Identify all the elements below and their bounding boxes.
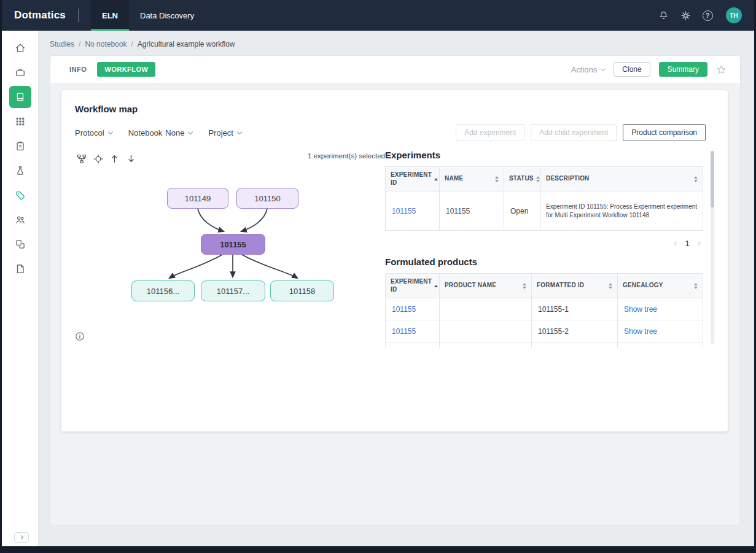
sort-icon[interactable] [536, 176, 540, 182]
sidebar-item-apps[interactable] [9, 110, 31, 133]
tab-info[interactable]: INFO [64, 62, 92, 77]
workflow-filter-row: Protocol Notebook None Project [75, 124, 714, 141]
topbar-divider [78, 9, 79, 22]
actions-dropdown[interactable]: Actions [571, 65, 606, 74]
table-row-partial [386, 342, 703, 349]
dotmatics-logo[interactable]: Dotmatics [14, 9, 66, 21]
grid-icon [15, 116, 26, 127]
chevron-right-icon [18, 535, 23, 539]
sidebar-item-tags[interactable] [9, 184, 31, 206]
vertical-scrollbar[interactable] [711, 151, 714, 344]
project-dropdown[interactable]: Project [208, 128, 241, 137]
breadcrumb-separator: / [131, 40, 133, 48]
workflow-content-row: 1 experiment(s) selected [75, 150, 714, 358]
sidebar-item-groups[interactable] [9, 209, 31, 231]
users-icon [15, 214, 26, 225]
sidebar-item-protocols[interactable] [9, 135, 31, 157]
sidebar-item-notebook[interactable] [9, 86, 31, 108]
clone-button[interactable]: Clone [614, 62, 650, 77]
app: Dotmatics ELN Data Discovery [2, 0, 754, 546]
col-genealogy[interactable]: GENEALOGY [618, 274, 703, 298]
sidebar-expand-button[interactable] [14, 532, 29, 543]
show-tree-link[interactable]: Show tree [624, 327, 657, 336]
table-row: 101155 101155-2 Show tree [386, 320, 703, 342]
avatar[interactable]: TH [726, 7, 742, 23]
product-comparison-button[interactable]: Product comparison [623, 124, 706, 141]
info-icon[interactable] [75, 331, 85, 341]
sidebar-item-home[interactable] [9, 37, 31, 59]
gear-icon[interactable] [677, 7, 694, 24]
experiment-id-link[interactable]: 101155 [392, 327, 416, 336]
experiments-title: Experiments [385, 150, 703, 160]
sort-icon[interactable] [523, 283, 526, 289]
topbar-tab-eln-label: ELN [102, 11, 118, 20]
workflow-node[interactable]: 101157... [201, 280, 265, 301]
tab-workflow[interactable]: WORKFLOW [97, 62, 155, 77]
scrollbar-thumb[interactable] [711, 151, 714, 207]
sidebar-item-inventory[interactable] [9, 233, 31, 255]
header-actions: Actions Clone Summary [571, 62, 727, 77]
layers-icon [15, 239, 26, 250]
tables-panel: Experiments EXPERIMENT ID [385, 150, 714, 358]
chevron-down-icon [188, 130, 193, 134]
sort-asc-icon[interactable] [434, 285, 438, 287]
body-row: Studies / No notebook / Agricultural exa… [2, 31, 754, 546]
sort-icon[interactable] [609, 283, 612, 289]
window-frame: Dotmatics ELN Data Discovery [0, 0, 756, 553]
formulated-products-table: EXPERIMENT ID PRODUCT NAME [385, 273, 703, 348]
topbar-tab-data-discovery[interactable]: Data Discovery [129, 0, 205, 31]
page-next-icon[interactable]: › [698, 238, 701, 248]
product-name-cell [440, 298, 532, 320]
col-status[interactable]: STATUS [504, 167, 541, 191]
sidebar-item-reports[interactable] [9, 258, 31, 280]
experiment-id-link[interactable]: 101155 [392, 305, 416, 314]
col-experiment-id[interactable]: EXPERIMENT ID [386, 167, 440, 191]
col-experiment-id[interactable]: EXPERIMENT ID [386, 274, 440, 298]
add-experiment-button[interactable]: Add experiment [456, 124, 524, 141]
experiment-status-cell: Open [504, 191, 541, 231]
workflow-node[interactable]: 101158 [270, 280, 334, 301]
topbar-tab-eln[interactable]: ELN [91, 0, 129, 31]
notebook-dropdown-value: None [165, 128, 184, 137]
help-icon[interactable]: ? [699, 7, 716, 24]
sort-icon[interactable] [694, 176, 698, 182]
table-row: 101155 101155 Open Experiment ID 101155:… [386, 191, 703, 231]
notebook-dropdown[interactable]: Notebook None [128, 128, 193, 137]
briefcase-icon [15, 67, 26, 78]
sort-icon[interactable] [694, 283, 698, 289]
breadcrumb-studies[interactable]: Studies [50, 40, 74, 48]
bell-icon[interactable] [655, 7, 672, 24]
formatted-id-cell: 101155-1 [532, 298, 618, 320]
protocol-dropdown[interactable]: Protocol [75, 128, 112, 137]
add-child-experiment-button[interactable]: Add child experiment [531, 124, 617, 141]
topbar: Dotmatics ELN Data Discovery [2, 0, 754, 31]
workflow-node[interactable]: 101150 [236, 188, 298, 209]
flask-icon [15, 165, 26, 176]
col-formatted-id[interactable]: FORMATTED ID [532, 274, 618, 298]
sidebar-item-studies[interactable] [9, 61, 31, 83]
favorite-star-icon[interactable] [716, 64, 727, 75]
sidebar [2, 31, 39, 546]
sort-icon[interactable] [495, 176, 499, 182]
page-card-body: Workflow map Protocol Notebook None [50, 83, 740, 525]
home-icon [15, 42, 26, 53]
sidebar-item-experiments[interactable] [9, 160, 31, 182]
breadcrumb-no-notebook[interactable]: No notebook [85, 40, 127, 48]
col-name[interactable]: NAME [440, 167, 504, 191]
workflow-node-selected[interactable]: 101155 [201, 234, 265, 255]
document-icon [15, 263, 26, 274]
experiments-pagination: ‹ 1 › [385, 231, 703, 257]
page-number[interactable]: 1 [685, 239, 689, 248]
page-card: INFO WORKFLOW Actions Clone Summary [50, 55, 741, 525]
col-product-name[interactable]: PRODUCT NAME [440, 274, 532, 298]
workflow-node[interactable]: 101156... [131, 280, 195, 301]
experiment-id-link[interactable]: 101155 [392, 207, 416, 215]
show-tree-link[interactable]: Show tree [624, 305, 657, 314]
summary-button[interactable]: Summary [659, 62, 707, 77]
page-prev-icon[interactable]: ‹ [674, 238, 677, 248]
tag-icon [15, 190, 26, 201]
product-name-cell [440, 320, 532, 342]
workflow-node[interactable]: 101149 [167, 188, 228, 209]
sort-asc-icon[interactable] [434, 178, 438, 180]
col-description[interactable]: DESCRIPTION [541, 167, 703, 191]
